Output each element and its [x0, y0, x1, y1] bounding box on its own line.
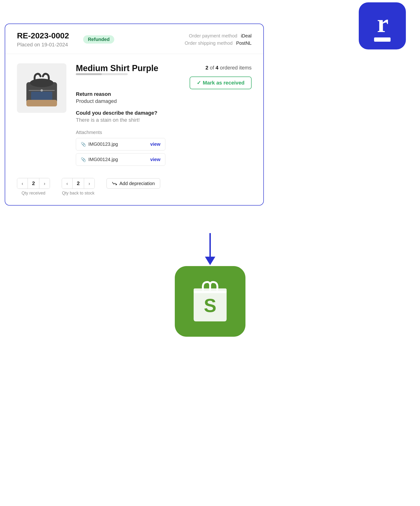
- svg-rect-6: [31, 92, 52, 100]
- qty-row: ‹ 2 › Qty received ‹ 2 › Qty back to sto…: [5, 178, 263, 196]
- attachment-filename-2: IMG00124.jpg: [88, 157, 118, 162]
- add-depreciation-button[interactable]: Add depreciation: [107, 178, 160, 189]
- qty-stock-value: 2: [72, 178, 84, 189]
- qty-received-increment-button[interactable]: ›: [39, 178, 50, 189]
- product-section: Medium Shirt Purple 2 of 4 ordered items…: [5, 54, 263, 171]
- payment-method-row: Order payment method iDeal: [185, 33, 251, 39]
- attachment-item-1: 📎 IMG00123.jpg view: [76, 138, 165, 150]
- ordered-items: 2 of 4 ordered items: [205, 65, 251, 71]
- product-bag-svg: [18, 65, 65, 112]
- qty-stock-control: ‹ 2 ›: [62, 178, 95, 189]
- view-link-2[interactable]: view: [150, 157, 160, 162]
- paperclip-icon-1: 📎: [81, 142, 86, 147]
- order-id: RE-2023-0002: [17, 31, 69, 40]
- qty-ordered: 2: [205, 65, 208, 71]
- depreciation-icon: [112, 181, 117, 186]
- down-arrow: [205, 233, 215, 265]
- return-reason-value: Product damaged: [76, 98, 251, 104]
- attachment-filename-1: IMG00123.jpg: [88, 141, 118, 147]
- return-reason-label: Return reason: [76, 91, 251, 97]
- product-name: Medium Shirt Purple: [76, 63, 158, 73]
- qty-received-label: Qty received: [21, 191, 45, 196]
- mark-received-label: Mark as received: [203, 80, 244, 86]
- attachments-label: Attachments: [76, 130, 251, 135]
- product-image: [17, 63, 67, 113]
- shopify-logo: S: [175, 266, 245, 337]
- logo-letter: r: [377, 10, 388, 36]
- product-details: Medium Shirt Purple 2 of 4 ordered items…: [76, 63, 251, 169]
- payment-value: iDeal: [241, 33, 251, 39]
- arrow-head: [205, 257, 215, 265]
- svg-point-2: [30, 79, 54, 87]
- damage-question: Could you describe the damage?: [76, 110, 251, 116]
- shipping-method-row: Order shipping method PostNL: [185, 40, 251, 46]
- arrow-section: [0, 233, 420, 265]
- view-link-1[interactable]: view: [150, 141, 160, 147]
- progress-bar-fill: [76, 73, 102, 75]
- check-icon: ✓: [197, 80, 201, 86]
- arrow-line: [210, 233, 211, 257]
- attachment-left-2: 📎 IMG00124.jpg: [81, 157, 118, 162]
- product-title-group: Medium Shirt Purple: [76, 63, 158, 81]
- right-column: 2 of 4 ordered items ✓ Mark as received: [190, 63, 251, 89]
- logo-bar: [374, 37, 391, 42]
- damage-answer: There is a stain on the shirt!: [76, 117, 251, 123]
- order-date: Placed on 19-01-2024: [17, 42, 69, 48]
- shipping-value: PostNL: [236, 40, 251, 46]
- shipping-label: Order shipping method: [185, 40, 232, 46]
- qty-stock-label: Qty back to stock: [62, 191, 95, 196]
- qty-received-group: ‹ 2 › Qty received: [17, 178, 50, 196]
- attachment-item-2: 📎 IMG00124.jpg view: [76, 153, 165, 166]
- progress-bar-wrap: [76, 73, 128, 75]
- qty-stock-decrement-button[interactable]: ‹: [62, 178, 72, 189]
- card-header: RE-2023-0002 Placed on 19-01-2024 Refund…: [5, 24, 263, 54]
- qty-total: 4: [216, 65, 218, 71]
- qty-received-control: ‹ 2 ›: [17, 178, 50, 189]
- depreciation-label: Add depreciation: [119, 181, 155, 186]
- mark-as-received-button[interactable]: ✓ Mark as received: [190, 77, 251, 89]
- svg-rect-5: [26, 100, 57, 107]
- payment-label: Order payment method: [189, 33, 237, 39]
- qty-received-decrement-button[interactable]: ‹: [17, 178, 27, 189]
- qty-stock-group: ‹ 2 › Qty back to stock: [62, 178, 95, 196]
- attachment-left-1: 📎 IMG00123.jpg: [81, 141, 118, 147]
- shopify-bag-svg: S: [189, 278, 231, 325]
- order-info-left: RE-2023-0002 Placed on 19-01-2024: [17, 31, 69, 48]
- returnista-logo: r: [359, 2, 406, 49]
- ordered-text: ordered items: [220, 65, 251, 71]
- order-meta: Order payment method iDeal Order shippin…: [185, 33, 251, 46]
- product-title-row: Medium Shirt Purple 2 of 4 ordered items…: [76, 63, 251, 89]
- qty-received-value: 2: [27, 178, 39, 189]
- svg-point-4: [41, 89, 43, 92]
- svg-text:S: S: [204, 295, 216, 316]
- return-order-card: RE-2023-0002 Placed on 19-01-2024 Refund…: [5, 24, 264, 206]
- paperclip-icon-2: 📎: [81, 157, 86, 162]
- qty-stock-increment-button[interactable]: ›: [84, 178, 95, 189]
- status-badge: Refunded: [83, 35, 114, 44]
